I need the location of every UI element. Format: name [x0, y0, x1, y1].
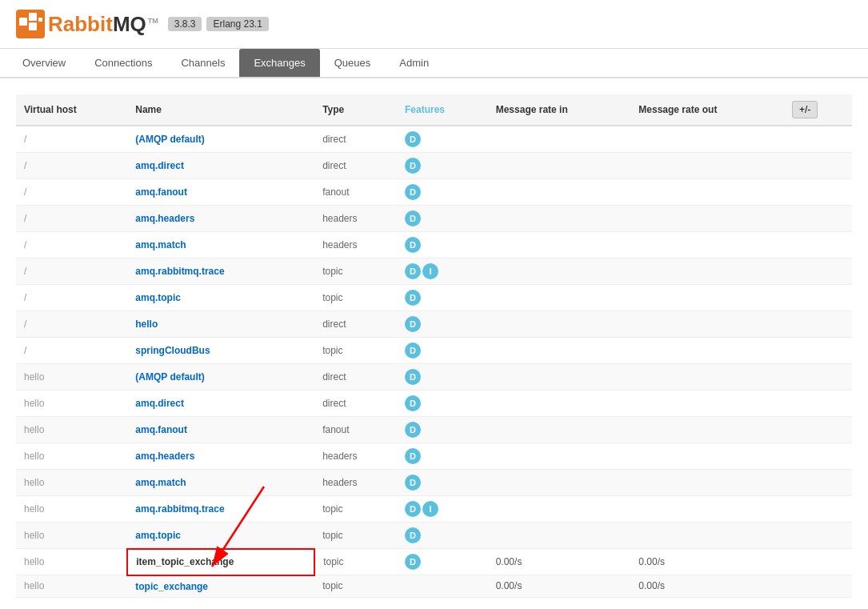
- feature-badge: D: [405, 369, 421, 385]
- name-cell[interactable]: amq.headers: [127, 206, 314, 232]
- name-cell[interactable]: amq.fanout: [127, 179, 314, 206]
- features-cell: D: [397, 549, 488, 575]
- vhost-cell: hello: [16, 364, 127, 391]
- action-cell: [784, 523, 852, 549]
- action-cell: [784, 417, 852, 443]
- type-cell: direct: [314, 126, 397, 153]
- name-cell[interactable]: springCloudBus: [127, 338, 314, 364]
- action-cell: [784, 126, 852, 153]
- action-cell: [784, 443, 852, 470]
- name-cell[interactable]: amq.direct: [127, 391, 314, 417]
- rate-in-cell: [488, 179, 631, 206]
- table-row[interactable]: helloamq.headersheadersD: [16, 443, 852, 470]
- vhost-cell: hello: [16, 549, 127, 575]
- erlang-badge: Erlang 23.1: [206, 17, 268, 31]
- features-cell: D: [397, 470, 488, 496]
- vhost-cell: /: [16, 232, 127, 258]
- rate-out-cell: [630, 523, 784, 549]
- feature-badge: D: [405, 131, 421, 147]
- rate-out-cell: [630, 496, 784, 523]
- rate-in-cell: 0.00/s: [488, 575, 631, 598]
- type-cell: topic: [314, 338, 397, 364]
- type-cell: direct: [314, 153, 397, 179]
- name-cell[interactable]: (AMQP default): [127, 364, 314, 391]
- feature-badge: D: [405, 316, 421, 332]
- vhost-cell: /: [16, 258, 127, 285]
- nav-item-exchanges[interactable]: Exchanges: [239, 49, 319, 77]
- name-cell[interactable]: amq.topic: [127, 523, 314, 549]
- name-cell[interactable]: hello: [127, 311, 314, 338]
- table-row[interactable]: /hellodirectD: [16, 311, 852, 338]
- name-cell[interactable]: amq.match: [127, 232, 314, 258]
- svg-rect-3: [29, 22, 37, 30]
- table-row[interactable]: helloamq.rabbitmq.tracetopicDI: [16, 496, 852, 523]
- rate-in-cell: [488, 417, 631, 443]
- table-row[interactable]: /amq.headersheadersD: [16, 206, 852, 232]
- rate-in-cell: [488, 338, 631, 364]
- vhost-cell: hello: [16, 391, 127, 417]
- table-row[interactable]: /amq.matchheadersD: [16, 232, 852, 258]
- table-row[interactable]: helloamq.matchheadersD: [16, 470, 852, 496]
- plus-minus-button[interactable]: +/-: [792, 101, 818, 118]
- type-cell: topic: [314, 258, 397, 285]
- feature-badge: D: [405, 501, 421, 517]
- rate-in-cell: [488, 311, 631, 338]
- name-cell[interactable]: amq.rabbitmq.trace: [127, 258, 314, 285]
- action-cell: [784, 153, 852, 179]
- table-row[interactable]: helloamq.topictopicD: [16, 523, 852, 549]
- table-row[interactable]: /(AMQP default)directD: [16, 126, 852, 153]
- svg-rect-4: [38, 18, 42, 22]
- features-cell: D: [397, 311, 488, 338]
- nav-item-admin[interactable]: Admin: [385, 49, 443, 77]
- action-cell: [784, 206, 852, 232]
- table-row[interactable]: /amq.topictopicD: [16, 285, 852, 311]
- type-cell: headers: [314, 206, 397, 232]
- type-cell: fanout: [314, 179, 397, 206]
- table-row[interactable]: /amq.rabbitmq.tracetopicDI: [16, 258, 852, 285]
- table-row[interactable]: /springCloudBustopicD: [16, 338, 852, 364]
- features-cell: D: [397, 443, 488, 470]
- features-cell: DI: [397, 496, 488, 523]
- nav-item-overview[interactable]: Overview: [8, 49, 80, 77]
- rate-out-cell: 0.00/s: [630, 575, 784, 598]
- rate-in-cell: [488, 496, 631, 523]
- features-cell: D: [397, 285, 488, 311]
- logo-text: RabbitMQTM: [48, 12, 158, 37]
- rate-out-cell: [630, 232, 784, 258]
- vhost-cell: hello: [16, 443, 127, 470]
- table-row[interactable]: hello(AMQP default)directD: [16, 364, 852, 391]
- nav-bar: Overview Connections Channels Exchanges …: [0, 49, 868, 78]
- name-cell[interactable]: (AMQP default): [127, 126, 314, 153]
- table-row[interactable]: /amq.directdirectD: [16, 153, 852, 179]
- feature-badge: D: [405, 475, 421, 491]
- name-cell[interactable]: amq.direct: [127, 153, 314, 179]
- table-row[interactable]: helloamq.directdirectD: [16, 391, 852, 417]
- col-virtual-host: Virtual host: [16, 94, 127, 126]
- col-plus-minus[interactable]: +/-: [784, 94, 852, 126]
- table-row[interactable]: helloitem_topic_exchangetopicD0.00/s0.00…: [16, 549, 852, 575]
- table-row[interactable]: helloamq.fanoutfanoutD: [16, 417, 852, 443]
- features-cell: D: [397, 153, 488, 179]
- nav-item-queues[interactable]: Queues: [320, 49, 386, 77]
- feature-badge: D: [405, 290, 421, 306]
- feature-badge: D: [405, 158, 421, 174]
- rate-out-cell: [630, 470, 784, 496]
- vhost-cell: /: [16, 126, 127, 153]
- feature-badge: I: [422, 263, 438, 279]
- table-row[interactable]: /amq.fanoutfanoutD: [16, 179, 852, 206]
- action-cell: [784, 232, 852, 258]
- name-cell[interactable]: amq.rabbitmq.trace: [127, 496, 314, 523]
- nav-item-connections[interactable]: Connections: [80, 49, 166, 77]
- vhost-cell: hello: [16, 523, 127, 549]
- nav-item-channels[interactable]: Channels: [166, 49, 239, 77]
- name-cell[interactable]: amq.topic: [127, 285, 314, 311]
- name-cell[interactable]: topic_exchange: [127, 575, 314, 598]
- type-cell: topic: [314, 523, 397, 549]
- name-cell[interactable]: amq.match: [127, 470, 314, 496]
- table-row[interactable]: hellotopic_exchangetopic0.00/s0.00/s: [16, 575, 852, 598]
- name-cell[interactable]: amq.fanout: [127, 417, 314, 443]
- rate-out-cell: [630, 391, 784, 417]
- name-cell[interactable]: amq.headers: [127, 443, 314, 470]
- rate-out-cell: [630, 311, 784, 338]
- name-cell[interactable]: item_topic_exchange: [127, 549, 314, 575]
